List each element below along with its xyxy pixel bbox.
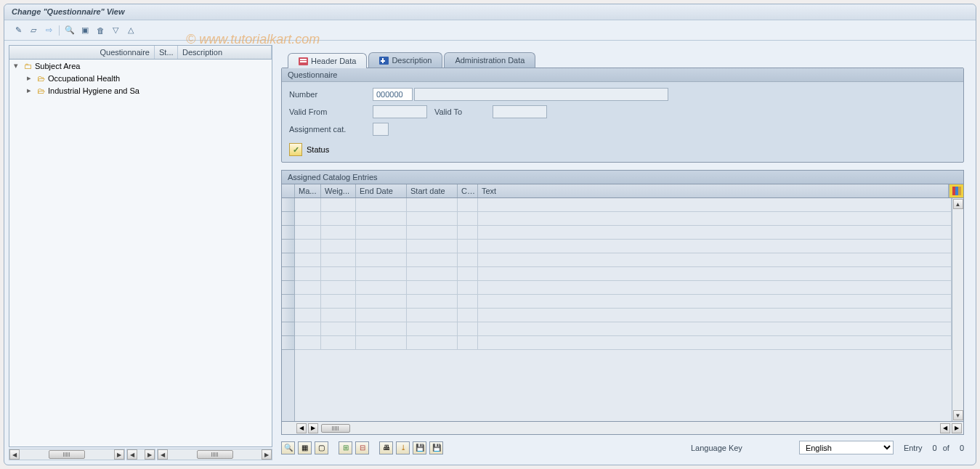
folder-icon: 🗀 — [24, 62, 32, 70]
scroll-down-icon[interactable]: ▼ — [953, 410, 963, 420]
scroll-up-icon[interactable]: ▲ — [953, 199, 963, 209]
valid-from-field[interactable] — [373, 105, 427, 118]
row-selector[interactable] — [282, 281, 294, 295]
tree-hscroll-1[interactable]: ◀ ▶ — [9, 449, 125, 460]
find-button[interactable]: 🔍 — [281, 441, 295, 454]
valid-to-label: Valid To — [434, 107, 493, 116]
undo-icon[interactable]: ▽ — [109, 25, 122, 36]
print-button[interactable]: 🖶 — [379, 441, 393, 454]
grid-body[interactable] — [295, 198, 952, 421]
main-area: Questionnaire St... Description ▾ 🗀 Subj… — [4, 41, 976, 465]
tree-body: ▾ 🗀 Subject Area ▸ 🗁 Occupational Health… — [9, 60, 272, 447]
assignment-cat-label: Assignment cat. — [289, 125, 373, 134]
tree-hscroll-3[interactable]: ◀ ▶ — [157, 449, 272, 460]
delete-row-button[interactable]: ⊟ — [355, 441, 369, 454]
col-end-date[interactable]: End Date — [356, 184, 407, 197]
delete-icon[interactable]: 🗑 — [94, 25, 107, 36]
description-icon — [379, 57, 389, 65]
select-all-button[interactable]: ▦ — [298, 441, 312, 454]
save-layout-button[interactable]: 💾 — [413, 441, 426, 454]
tree-item-industrial-hygiene[interactable]: ▸ 🗁 Industrial Hygiene and Sa — [9, 84, 272, 97]
svg-rect-6 — [952, 187, 955, 195]
row-selector[interactable] — [282, 253, 294, 267]
svg-rect-8 — [958, 187, 961, 195]
tab-administration-data[interactable]: Administration Data — [444, 52, 535, 68]
other-object-icon[interactable]: ⇨ — [42, 25, 55, 36]
load-layout-button[interactable]: 💾 — [429, 441, 443, 454]
tab-header-data[interactable]: Header Data — [288, 53, 367, 68]
expand-icon[interactable]: ▾ — [14, 61, 21, 70]
row-selector[interactable] — [282, 198, 294, 212]
tree-item-label: Industrial Hygiene and Sa — [48, 86, 139, 95]
language-key-label: Language Key — [691, 444, 742, 452]
scroll-left-icon[interactable]: ◀ — [296, 423, 307, 433]
configure-columns-icon[interactable] — [949, 184, 963, 197]
toggle-display-change-icon[interactable]: ✎ — [12, 25, 25, 36]
deselect-all-button[interactable]: ▢ — [315, 441, 328, 454]
row-selector[interactable] — [282, 336, 294, 350]
scroll-left-icon[interactable]: ◀ — [127, 449, 137, 460]
tree-root[interactable]: ▾ 🗀 Subject Area — [9, 60, 272, 72]
expand-icon[interactable]: ▸ — [27, 73, 34, 83]
tree-hscroll-2[interactable]: ◀ ▶ — [126, 449, 155, 460]
redo-icon[interactable]: △ — [124, 25, 137, 36]
row-selector[interactable] — [282, 226, 294, 240]
groupbox-title: Questionnaire — [282, 68, 963, 82]
row-selector[interactable] — [282, 295, 294, 309]
export-button[interactable]: ⤓ — [396, 441, 410, 454]
row-selector-header — [282, 184, 295, 197]
insert-row-button[interactable]: ⊞ — [339, 441, 352, 454]
scroll-left-icon[interactable]: ◀ — [940, 423, 950, 433]
scroll-right-icon[interactable]: ▶ — [308, 423, 318, 433]
tree-col-questionnaire[interactable]: Questionnaire — [9, 46, 155, 59]
tree-scroll-area: ◀ ▶ ◀ ▶ ◀ ▶ — [9, 447, 272, 460]
col-weighting[interactable]: Weig... — [321, 184, 356, 197]
valid-from-label: Valid From — [289, 107, 373, 116]
entry-current: 0 — [933, 444, 937, 452]
tab-label: Header Data — [311, 57, 356, 65]
scroll-left-icon[interactable]: ◀ — [9, 449, 20, 460]
catalog-table: Assigned Catalog Entries Ma... Weig... E… — [281, 170, 964, 435]
expand-icon[interactable]: ▸ — [27, 86, 34, 95]
create-icon[interactable]: ▱ — [27, 25, 40, 36]
find-icon[interactable]: 🔍 — [63, 25, 76, 36]
tree-item-occupational-health[interactable]: ▸ 🗁 Occupational Health — [9, 72, 272, 84]
scroll-right-icon[interactable]: ▶ — [262, 449, 272, 460]
scroll-left-icon[interactable]: ◀ — [158, 449, 168, 460]
language-key-select[interactable]: English — [799, 441, 894, 454]
status-label: Status — [307, 145, 329, 154]
status-icon[interactable]: ✓ — [289, 143, 302, 156]
svg-rect-5 — [381, 60, 385, 62]
number-desc-field — [414, 88, 668, 101]
tree-header: Questionnaire St... Description — [9, 45, 272, 60]
app-window: Change "Questionnaire" View ✎ ▱ ⇨ 🔍 ▣ 🗑 … — [4, 4, 976, 465]
row-selector[interactable] — [282, 212, 294, 226]
copy-icon[interactable]: ▣ — [78, 25, 92, 36]
scroll-right-icon[interactable]: ▶ — [952, 423, 962, 433]
scroll-right-icon[interactable]: ▶ — [114, 449, 124, 460]
scroll-right-icon[interactable]: ▶ — [145, 449, 155, 460]
row-selector[interactable] — [282, 309, 294, 322]
number-field[interactable] — [373, 88, 413, 101]
assignment-cat-field[interactable] — [373, 123, 389, 136]
row-selector[interactable] — [282, 267, 294, 281]
tree-item-label: Occupational Health — [48, 74, 120, 83]
col-text[interactable]: Text — [478, 184, 949, 197]
col-ma[interactable]: Ma... — [295, 184, 321, 197]
row-selector[interactable] — [282, 322, 294, 336]
header-data-icon — [299, 57, 308, 65]
page-title: Change "Questionnaire" View — [12, 7, 125, 16]
bottom-toolbar: 🔍 ▦ ▢ ⊞ ⊟ 🖶 ⤓ 💾 💾 Language Key English E… — [277, 435, 968, 460]
col-start-date[interactable]: Start date — [407, 184, 458, 197]
tabs: Header Data Description Administration D… — [277, 52, 968, 68]
tree-col-status[interactable]: St... — [155, 46, 178, 59]
row-selector[interactable] — [282, 240, 294, 253]
tab-description[interactable]: Description — [368, 52, 442, 68]
table-hscroll[interactable]: ◀ ▶ ◀ ▶ — [281, 422, 964, 435]
number-label: Number — [289, 90, 373, 99]
col-c[interactable]: C... — [458, 184, 478, 197]
valid-to-field[interactable] — [493, 105, 547, 118]
tree-col-description[interactable]: Description — [178, 46, 272, 59]
table-vscroll[interactable]: ▲ ▼ — [952, 198, 963, 421]
folder-open-icon: 🗁 — [37, 74, 45, 83]
